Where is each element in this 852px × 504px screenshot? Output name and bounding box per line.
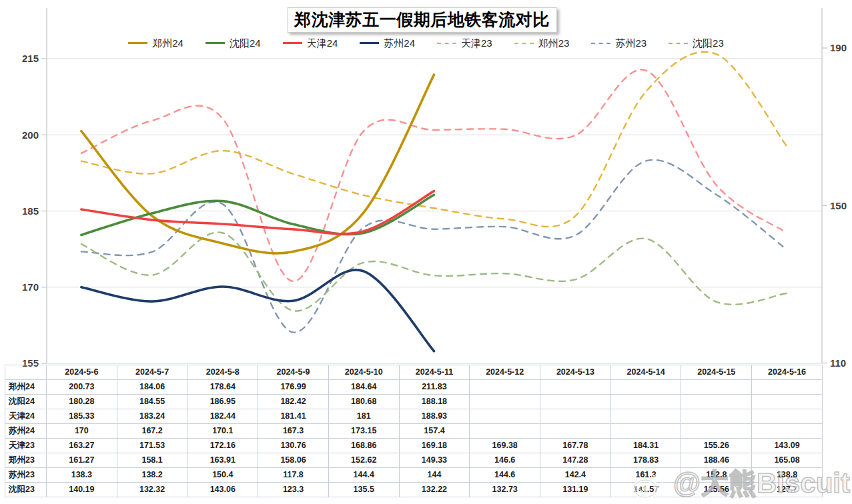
table-cell	[610, 395, 681, 409]
legend-item-suzhou24: 苏州24	[360, 38, 415, 48]
table-cell: 184.64	[328, 380, 399, 395]
table-header-row: 2024-5-62024-5-72024-5-82024-5-92024-5-1…	[5, 365, 823, 380]
table-cell: 161.3	[610, 468, 681, 483]
date-header-cell: 2024-5-14	[610, 365, 681, 380]
legend-item-shenyang23: 沈阳23	[669, 38, 724, 48]
table-cell: 176.99	[258, 380, 329, 395]
row-label: 郑州23	[5, 453, 47, 468]
table-cell: 211.83	[399, 380, 470, 395]
right-axis-tick-label: 110	[830, 357, 846, 369]
series-line-zhengzhou23	[81, 52, 787, 227]
table-cell: 181.41	[258, 409, 329, 424]
table-cell: 149.33	[399, 453, 470, 468]
table-cell: 170	[47, 424, 117, 439]
table-cell: 167.2	[117, 424, 187, 439]
row-label: 苏州23	[5, 468, 47, 483]
table-cell: 165.08	[752, 453, 823, 468]
table-corner-cell	[5, 365, 47, 380]
legend-item-tianjin23: 天津23	[437, 38, 492, 48]
table-cell: 173.15	[328, 424, 399, 439]
table-cell: 144	[399, 468, 470, 483]
table-cell	[540, 395, 611, 409]
date-header-cell: 2024-5-8	[187, 365, 258, 380]
table-cell: 172.16	[187, 439, 258, 453]
table-cell	[681, 424, 752, 439]
date-header-cell: 2024-5-15	[681, 365, 752, 380]
legend-item-tianjin24: 天津24	[283, 38, 338, 48]
table-cell: 181	[328, 409, 399, 424]
table-cell	[610, 380, 681, 395]
table-cell: 184.55	[117, 395, 187, 409]
legend-label: 苏州23	[615, 38, 647, 48]
chart-title: 郑沈津苏五一假期后地铁客流对比	[287, 7, 557, 33]
table-cell: 200.73	[47, 380, 117, 395]
table-cell: 144.4	[328, 468, 399, 483]
table-cell: 157.4	[399, 424, 470, 439]
table-cell: 169.18	[399, 439, 470, 453]
table-cell: 188.46	[681, 453, 752, 468]
table-cell: 138.3	[47, 468, 117, 483]
date-header-cell: 2024-5-11	[399, 365, 470, 380]
table-cell: 152.62	[328, 453, 399, 468]
series-line-shenyang24	[81, 195, 434, 235]
date-header-cell: 2024-5-12	[470, 365, 540, 380]
table-cell: 123.3	[258, 483, 329, 497]
row-label: 天津24	[5, 409, 47, 424]
table-row: 郑州24200.73184.06178.64176.99184.64211.83	[5, 380, 823, 395]
table-cell	[610, 424, 681, 439]
legend-label: 郑州24	[152, 38, 183, 48]
legend-item-shenyang24: 沈阳24	[205, 38, 261, 48]
table-cell	[470, 395, 540, 409]
table-cell: 125.56	[681, 483, 752, 497]
table-cell	[470, 424, 540, 439]
table-cell: 184.31	[610, 439, 681, 453]
table-cell: 131.19	[540, 483, 611, 497]
row-label: 郑州24	[5, 380, 47, 395]
table-cell: 132.32	[117, 483, 187, 497]
table-cell: 143.09	[752, 439, 823, 453]
table-cell	[470, 409, 540, 424]
legend-item-zhengzhou23: 郑州23	[514, 38, 570, 48]
table-cell	[540, 380, 611, 395]
table-cell: 138.2	[117, 468, 187, 483]
legend-swatch-tianjin23	[437, 43, 456, 44]
date-header-cell: 2024-5-10	[328, 365, 399, 380]
table-cell: 167.78	[540, 439, 611, 453]
date-header-cell: 2024-5-13	[540, 365, 611, 380]
table-cell: 146.6	[470, 453, 540, 468]
table-cell	[752, 395, 823, 409]
table-cell: 158.1	[117, 453, 187, 468]
table-cell: 130.76	[258, 439, 329, 453]
legend-swatch-shenyang24	[205, 42, 225, 44]
table-cell: 186.95	[187, 395, 258, 409]
legend-label: 沈阳23	[693, 38, 724, 48]
table-cell: 135.5	[328, 483, 399, 497]
date-header-cell: 2024-5-7	[117, 365, 187, 380]
table-cell: 138.8	[752, 468, 823, 483]
table-cell: 155.26	[681, 439, 752, 453]
table-cell: 152.8	[681, 468, 752, 483]
table-cell: 185.33	[47, 409, 117, 424]
table-cell: 167.3	[258, 424, 329, 439]
table-cell	[752, 380, 823, 395]
table-cell	[752, 409, 823, 424]
table-row: 苏州24170167.2170.1167.3173.15157.4	[5, 424, 823, 439]
legend-swatch-suzhou24	[360, 42, 379, 44]
table-cell: 127.7	[752, 483, 823, 497]
table-cell: 171.53	[117, 439, 187, 453]
table-cell: 178.64	[187, 380, 258, 395]
table-row: 沈阳24180.28184.55186.95182.42180.68188.18	[5, 395, 823, 409]
row-label: 沈阳24	[5, 395, 47, 409]
legend-label: 郑州23	[538, 38, 570, 48]
table-cell: 143.06	[187, 483, 258, 497]
row-label: 苏州24	[5, 424, 47, 439]
legend-label: 沈阳24	[230, 38, 261, 48]
table-row: 沈阳23140.19132.32143.06123.3135.5132.2213…	[5, 483, 823, 497]
table-cell: 117.8	[258, 468, 329, 483]
table-cell	[752, 424, 823, 439]
table-cell: 180.28	[47, 395, 117, 409]
table-cell: 184.06	[117, 380, 187, 395]
legend-label: 天津24	[307, 38, 338, 48]
table-cell	[681, 409, 752, 424]
table-cell	[681, 395, 752, 409]
